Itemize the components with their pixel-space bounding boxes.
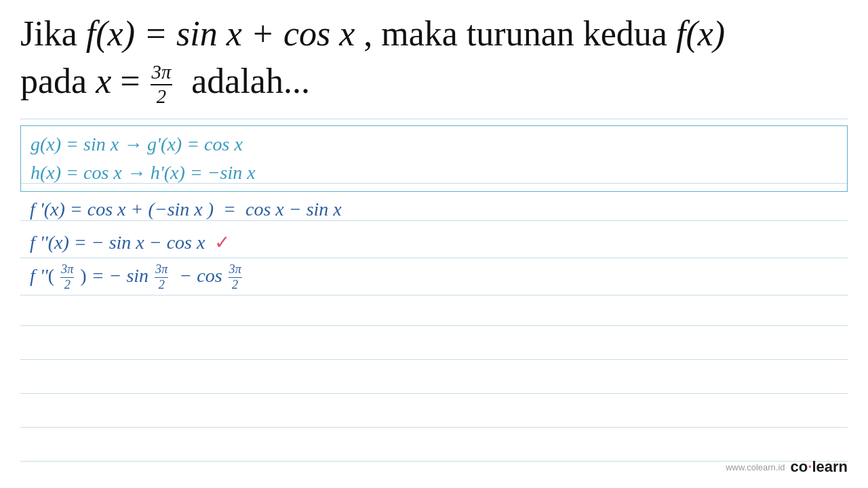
rule-5 (20, 295, 848, 296)
question-fraction: 3π 2 (151, 61, 173, 109)
rule-6 (20, 325, 848, 326)
rule-10 (20, 461, 848, 462)
eval-frac-arg-num: 3π (60, 262, 74, 278)
step-f-prime: f '(x) = cos x + (−sin x ) = cos x − sin… (20, 193, 848, 226)
eval-frac2-den: 2 (231, 278, 239, 293)
question-fx: f(x) (676, 14, 725, 53)
eval-frac2-num: 3π (229, 262, 242, 278)
solution-g: g(x) = sin x → g'(x) = cos x (31, 130, 837, 159)
eval-frac-arg-den: 2 (64, 278, 71, 293)
eval-fraction-2: 3π 2 (229, 262, 242, 293)
question-x: x (96, 62, 111, 100)
question-section: Jika f(x) = sin x + cos x , maka turunan… (20, 10, 848, 109)
rule-7 (20, 359, 848, 360)
rule-9 (20, 427, 848, 428)
question-func: f(x) = sin x + cos x (86, 14, 355, 53)
rule-8 (20, 393, 848, 394)
solution-h: h(x) = cos x → h'(x) = −sin x (31, 159, 837, 187)
eval-frac1-den: 2 (158, 278, 165, 293)
step-f-eval: f ''( 3π 2 ) = − sin 3π 2 − cos 3π 2 (20, 260, 848, 294)
brand-learn: learn (812, 458, 848, 475)
brand-co: co (791, 458, 808, 475)
checkmark-icon: ✓ (214, 232, 230, 253)
brand-logo: co·learn (791, 458, 848, 476)
branding: www.colearn.id co·learn (726, 458, 848, 476)
solution-box: g(x) = sin x → g'(x) = cos x h(x) = cos … (20, 125, 848, 192)
question-fraction-den: 2 (155, 85, 167, 108)
eval-fraction-arg: 3π 2 (60, 262, 74, 293)
solution-steps: f '(x) = cos x + (−sin x ) = cos x − sin… (20, 193, 848, 294)
question-fraction-num: 3π (151, 61, 173, 85)
eval-fraction-1: 3π 2 (155, 262, 168, 293)
question-line2: pada x = 3π 2 adalah... (20, 58, 848, 108)
brand-url: www.colearn.id (726, 462, 785, 472)
rule-1 (20, 119, 848, 119)
eval-frac1-num: 3π (155, 262, 168, 278)
step-f-double-prime: f ''(x) = − sin x − cos x ✓ (20, 226, 848, 260)
question-line1: Jika f(x) = sin x + cos x , maka turunan… (20, 10, 848, 58)
page-container: Jika f(x) = sin x + cos x , maka turunan… (0, 0, 868, 488)
